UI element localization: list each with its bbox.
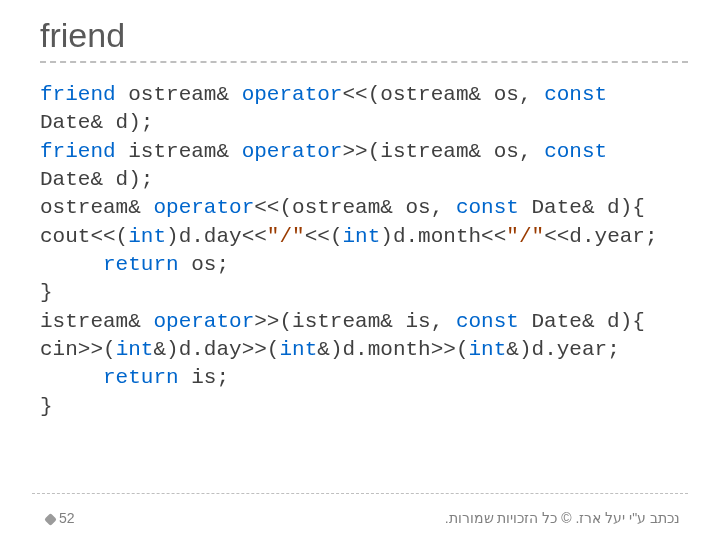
code-text: >>(istream& is, [254, 310, 456, 333]
kw-const: const [544, 83, 607, 106]
code-text: )d.day<< [166, 225, 267, 248]
code-text [40, 366, 103, 389]
code-text: <<( [305, 225, 343, 248]
code-text: )d.month<< [380, 225, 506, 248]
footer: 52 נכתב ע"י יעל ארז. © כל הזכויות שמורות… [40, 510, 680, 526]
kw-int: int [128, 225, 166, 248]
code-text: <<d.year; [544, 225, 657, 248]
code-text [40, 253, 103, 276]
kw-int: int [279, 338, 317, 361]
kw-const: const [456, 196, 519, 219]
page-number-text: 52 [59, 510, 75, 526]
kw-friend: friend [40, 140, 116, 163]
kw-operator: operator [153, 310, 254, 333]
code-text: <<(ostream& os, [342, 83, 544, 106]
code-text: <<(ostream& os, [254, 196, 456, 219]
code-text: Date& d){ [519, 196, 645, 219]
kw-const: const [544, 140, 607, 163]
kw-operator: operator [242, 83, 343, 106]
footer-divider [32, 493, 688, 494]
code-text: istream& [40, 310, 153, 333]
kw-friend: friend [40, 83, 116, 106]
code-text: ostream& [40, 196, 153, 219]
code-block: friend ostream& operator<<(ostream& os, … [40, 81, 688, 421]
code-text: &)d.day>>( [153, 338, 279, 361]
page-number: 52 [40, 510, 74, 526]
code-text: &)d.month>>( [317, 338, 468, 361]
code-text: &)d.year; [506, 338, 619, 361]
kw-int: int [469, 338, 507, 361]
code-text: >>(istream& os, [342, 140, 544, 163]
kw-return: return [103, 366, 179, 389]
code-text: cout<<( [40, 225, 128, 248]
code-text: istream& [116, 140, 242, 163]
code-text: Date& d){ [519, 310, 645, 333]
code-text: ostream& [116, 83, 242, 106]
bullet-icon [44, 513, 57, 526]
kw-int: int [116, 338, 154, 361]
str-slash: "/" [506, 225, 544, 248]
code-text: } [40, 395, 53, 418]
code-text: cin>>( [40, 338, 116, 361]
kw-operator: operator [242, 140, 343, 163]
slide-title: friend [40, 16, 688, 55]
kw-operator: operator [153, 196, 254, 219]
str-slash: "/" [267, 225, 305, 248]
title-divider [40, 61, 688, 63]
kw-const: const [456, 310, 519, 333]
code-text: } [40, 281, 53, 304]
footer-credit: נכתב ע"י יעל ארז. © כל הזכויות שמורות. [445, 510, 680, 526]
code-text: Date& d); [40, 168, 153, 191]
kw-return: return [103, 253, 179, 276]
slide: friend friend ostream& operator<<(ostrea… [0, 0, 720, 540]
kw-int: int [342, 225, 380, 248]
code-text: Date& d); [40, 111, 153, 134]
code-text: is; [179, 366, 229, 389]
code-text: os; [179, 253, 229, 276]
